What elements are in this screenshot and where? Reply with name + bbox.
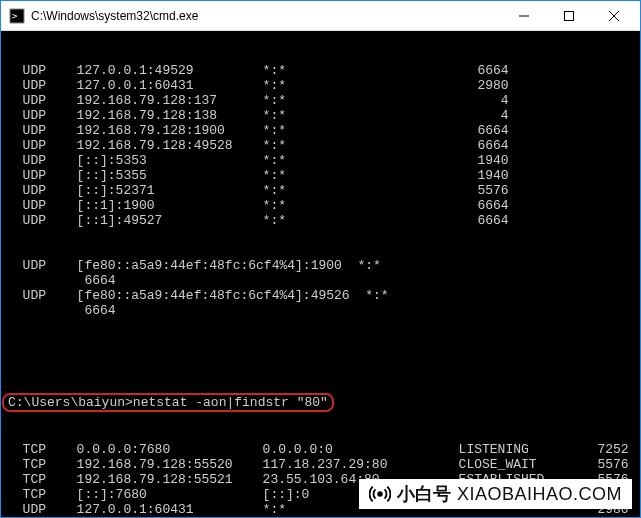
netstat-row: TCP192.168.79.128:5552123.55.103.64:80ES… [7, 472, 634, 487]
blank-line [7, 348, 634, 363]
window-title: C:\Windows\system32\cmd.exe [31, 9, 501, 23]
netstat-row: UDP[fe80::a5a9:44ef:48fc:6cf4%4]:49526 *… [7, 288, 634, 303]
netstat-row: UDP[::]:52371*:*5576 [7, 183, 634, 198]
window-controls [501, 1, 636, 30]
svg-text:>: > [12, 11, 18, 21]
titlebar[interactable]: > C:\Windows\system32\cmd.exe [1, 1, 640, 31]
netstat-row: UDP192.168.79.128:49528*:*6664 [7, 138, 634, 153]
netstat-row: UDP127.0.0.1:49529*:*6664 [7, 63, 634, 78]
netstat-row: UDP192.168.79.128:137*:*4 [7, 93, 634, 108]
netstat-row: UDP[::]:5355*:*1940 [7, 168, 634, 183]
terminal-output[interactable]: UDP127.0.0.1:49529*:*6664 UDP127.0.0.1:6… [1, 31, 640, 517]
netstat-row-cont: 6664 [7, 273, 634, 288]
netstat-row: UDP[::1]:49527*:*6664 [7, 213, 634, 228]
netstat-row: UDP127.0.0.1:60431*:*2980 [7, 78, 634, 93]
cmd-window: > C:\Windows\system32\cmd.exe UDP127.0.0… [0, 0, 641, 518]
netstat-row: UDP[fe80::a5a9:44ef:48fc:6cf4%4]:1900 *:… [7, 258, 634, 273]
netstat-row: UDP127.0.0.1:60431*:*2980 [7, 502, 634, 517]
command-line: C:\Users\baiyun>netstat -aon|findstr "80… [7, 393, 634, 412]
prompt: C:\Users\baiyun> [8, 395, 133, 410]
netstat-row: TCP0.0.0.0:76800.0.0.0:0LISTENING7252 [7, 442, 634, 457]
svg-rect-3 [564, 11, 573, 20]
maximize-button[interactable] [546, 1, 591, 30]
close-button[interactable] [591, 1, 636, 30]
netstat-row: UDP[::1]:1900*:*6664 [7, 198, 634, 213]
netstat-row: UDP192.168.79.128:1900*:*6664 [7, 123, 634, 138]
netstat-row: TCP192.168.79.128:55520117.18.237.29:80C… [7, 457, 634, 472]
netstat-row: TCP[::]:7680[::]:0LISTENING7252 [7, 487, 634, 502]
typed-command: netstat -aon|findstr "80" [133, 395, 328, 410]
netstat-row: UDP192.168.79.128:138*:*4 [7, 108, 634, 123]
netstat-row-cont: 6664 [7, 303, 634, 318]
netstat-row: UDP[::]:5353*:*1940 [7, 153, 634, 168]
cmd-icon: > [9, 8, 25, 24]
minimize-button[interactable] [501, 1, 546, 30]
